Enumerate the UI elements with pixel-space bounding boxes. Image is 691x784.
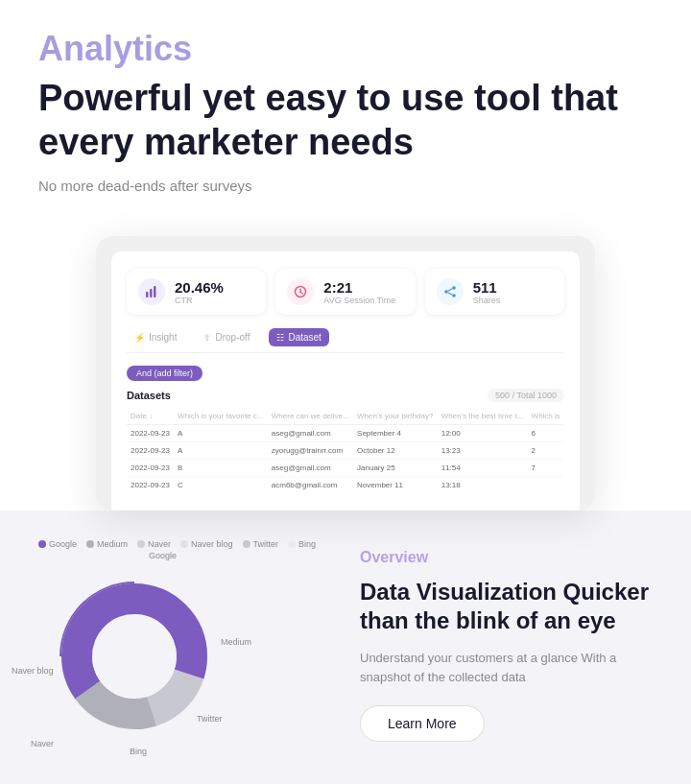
table-row: 2022-09-23Baseg@gmail.comJanuary 2511:54… — [127, 460, 564, 477]
dashboard-tabs: ⚡ Insight ⇧ Drop-off ☷ Dataset — [127, 328, 564, 353]
hero-subtitle: No more dead-ends after surveys — [38, 178, 653, 194]
col-q2[interactable]: Where can we delive... — [268, 408, 353, 425]
col-q3[interactable]: When's your birthday? — [353, 408, 438, 425]
legend-bing: Bing — [288, 539, 316, 549]
filter-row: And (add filter) — [127, 363, 564, 381]
learn-more-button[interactable]: Learn More — [360, 705, 485, 742]
tab-insight[interactable]: ⚡ Insight — [127, 328, 184, 346]
label-bing: Bing — [130, 747, 147, 756]
label-google: Google — [149, 551, 177, 560]
svg-rect-0 — [146, 292, 149, 297]
overview-area: Overview Data Visualization Quicker than… — [360, 539, 653, 752]
share-icon — [437, 278, 464, 305]
chart-legend: Google Medium Naver Naver blog Twitter B… — [38, 539, 316, 549]
table-row: 2022-09-23Azyorugg@trainrr.comOctober 12… — [127, 442, 564, 460]
overview-label: Overview — [360, 549, 653, 566]
label-twitter: Twitter — [197, 714, 223, 724]
legend-twitter: Twitter — [243, 539, 279, 549]
overview-title: Data Visualization Quicker than the blin… — [360, 578, 653, 635]
ctr-value: 20.46% — [175, 279, 224, 296]
col-q5[interactable]: Which is — [528, 408, 564, 425]
stat-card-shares: 511 Shares — [425, 269, 564, 315]
legend-medium: Medium — [86, 539, 128, 549]
table-row: 2022-09-23Cacm6b@gmail.comNovember 1113:… — [127, 477, 564, 494]
donut-chart-svg — [38, 560, 230, 752]
session-value: 2:21 — [323, 279, 395, 296]
tab-dropoff[interactable]: ⇧ Drop-off — [196, 328, 257, 346]
svg-rect-2 — [154, 286, 156, 297]
legend-google: Google — [38, 539, 77, 549]
label-naver: Naver — [31, 739, 54, 748]
svg-point-8 — [452, 294, 456, 297]
hero-section: Analytics Powerful yet easy to use tool … — [0, 0, 691, 236]
stat-cards: 20.46% CTR 2:21 AVG Session Time — [127, 269, 564, 315]
table-row: 2022-09-23Aaseg@gmail.comSeptember 412:0… — [127, 425, 564, 442]
clock-icon — [287, 278, 314, 305]
svg-line-9 — [447, 289, 452, 291]
analytics-label: Analytics — [38, 29, 653, 69]
chart-area: Google Medium Naver Naver blog Twitter B… — [38, 539, 331, 752]
col-q4[interactable]: When's the best time t... — [438, 408, 528, 425]
datasets-title: Datasets — [127, 390, 171, 401]
overview-desc: Understand your customers at a glance Wi… — [360, 649, 653, 686]
filter-button[interactable]: And (add filter) — [127, 366, 203, 381]
dashboard-inner: 20.46% CTR 2:21 AVG Session Time — [111, 251, 580, 511]
col-q1[interactable]: Which is your favorite c... — [174, 408, 268, 425]
svg-line-5 — [300, 293, 303, 295]
legend-naver-blog: Naver blog — [180, 539, 233, 549]
shares-value: 511 — [473, 279, 501, 296]
data-table: Date ↓ Which is your favorite c... Where… — [127, 408, 564, 493]
svg-rect-1 — [150, 289, 153, 297]
svg-line-10 — [447, 293, 452, 295]
datasets-header: Datasets 500 / Total 1000 — [127, 389, 564, 402]
stat-card-ctr: 20.46% CTR — [127, 269, 266, 315]
svg-point-6 — [452, 286, 456, 290]
dashboard-mockup: 20.46% CTR 2:21 AVG Session Time — [96, 236, 595, 511]
legend-naver: Naver — [137, 539, 171, 549]
col-date[interactable]: Date ↓ — [127, 408, 174, 425]
label-medium: Medium — [221, 637, 251, 647]
label-naver-blog: Naver blog — [12, 666, 54, 676]
datasets-count: 500 / Total 1000 — [488, 389, 564, 402]
svg-point-18 — [92, 614, 177, 699]
shares-label: Shares — [473, 296, 501, 305]
hero-title: Powerful yet easy to use tool that every… — [38, 77, 653, 164]
ctr-label: CTR — [175, 296, 224, 305]
stat-card-session: 2:21 AVG Session Time — [275, 269, 415, 315]
session-label: AVG Session Time — [323, 296, 395, 305]
tab-dataset[interactable]: ☷ Dataset — [269, 328, 328, 346]
svg-point-7 — [444, 290, 448, 294]
bottom-section: Google Medium Naver Naver blog Twitter B… — [0, 511, 691, 784]
chart-icon — [138, 278, 165, 305]
dashboard-container: 20.46% CTR 2:21 AVG Session Time — [0, 236, 691, 511]
